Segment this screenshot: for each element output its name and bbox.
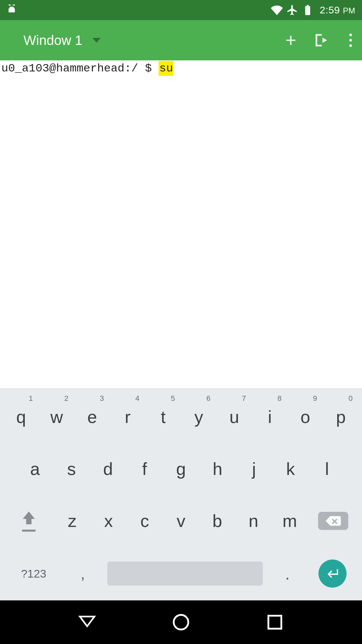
kb-row-1: 1q 2w 3e 4r 5t 6y 7u 8i 9o 0p — [0, 391, 362, 443]
key-v[interactable]: v — [163, 495, 199, 547]
exit-button[interactable] — [313, 32, 329, 48]
key-b[interactable]: b — [199, 495, 235, 547]
debug-icon — [7, 4, 17, 16]
key-p[interactable]: 0p — [323, 391, 359, 443]
key-s[interactable]: s — [53, 443, 90, 495]
key-period[interactable]: . — [267, 564, 308, 584]
nav-recents-button[interactable] — [265, 612, 285, 632]
key-shift[interactable] — [3, 510, 54, 532]
window-selector[interactable]: Window 1 — [10, 33, 285, 48]
key-f[interactable]: f — [126, 443, 163, 495]
key-enter[interactable] — [308, 559, 357, 588]
status-bar: 2:59 PM — [0, 0, 362, 20]
key-r[interactable]: 4r — [110, 391, 145, 443]
key-backspace[interactable] — [308, 512, 359, 530]
svg-point-0 — [174, 615, 188, 630]
app-bar: Window 1 + — [0, 20, 362, 60]
nav-bar — [0, 600, 362, 644]
enter-icon — [318, 559, 347, 588]
key-d[interactable]: d — [90, 443, 126, 495]
wifi-icon — [271, 4, 283, 16]
terminal-command-highlight: su — [159, 61, 174, 76]
key-w[interactable]: 2w — [39, 391, 74, 443]
kebab-icon — [349, 34, 352, 47]
key-m[interactable]: m — [272, 495, 308, 547]
terminal-area[interactable]: u0_a103@hammerhead:/ $ su — [0, 60, 362, 388]
key-t[interactable]: 5t — [145, 391, 181, 443]
key-l[interactable]: l — [309, 443, 345, 495]
overflow-button[interactable] — [346, 34, 352, 47]
key-z[interactable]: z — [54, 495, 90, 547]
key-u[interactable]: 7u — [217, 391, 252, 443]
airplane-icon — [286, 4, 298, 16]
terminal-prompt: u0_a103@hammerhead:/ $ — [1, 61, 159, 76]
key-q[interactable]: 1q — [3, 391, 39, 443]
kb-row-3: z x c v b n m — [0, 495, 362, 547]
terminal-line: u0_a103@hammerhead:/ $ su — [1, 61, 361, 76]
key-space[interactable] — [103, 561, 267, 586]
svg-rect-1 — [268, 616, 282, 629]
key-y[interactable]: 6y — [181, 391, 217, 443]
key-k[interactable]: k — [272, 443, 309, 495]
key-j[interactable]: j — [236, 443, 272, 495]
status-clock: 2:59 PM — [320, 4, 355, 16]
key-c[interactable]: c — [127, 495, 163, 547]
key-i[interactable]: 8i — [252, 391, 288, 443]
window-title: Window 1 — [23, 33, 82, 48]
battery-icon — [302, 4, 314, 16]
key-comma[interactable]: , — [62, 565, 103, 583]
key-o[interactable]: 9o — [288, 391, 323, 443]
key-symbols[interactable]: ?123 — [5, 567, 62, 580]
kb-row-4: ?123 , . — [0, 547, 362, 600]
soft-keyboard: 1q 2w 3e 4r 5t 6y 7u 8i 9o 0p a s d f g … — [0, 388, 362, 600]
add-window-button[interactable]: + — [285, 31, 296, 50]
nav-back-button[interactable] — [77, 612, 97, 632]
key-x[interactable]: x — [90, 495, 127, 547]
chevron-down-icon — [93, 38, 101, 43]
nav-home-button[interactable] — [171, 612, 191, 632]
backspace-icon — [318, 512, 348, 530]
key-n[interactable]: n — [235, 495, 272, 547]
key-e[interactable]: 3e — [74, 391, 110, 443]
kb-row-2: a s d f g h j k l — [0, 443, 362, 495]
key-h[interactable]: h — [199, 443, 236, 495]
key-g[interactable]: g — [163, 443, 199, 495]
key-a[interactable]: a — [17, 443, 53, 495]
shift-icon — [21, 510, 37, 528]
